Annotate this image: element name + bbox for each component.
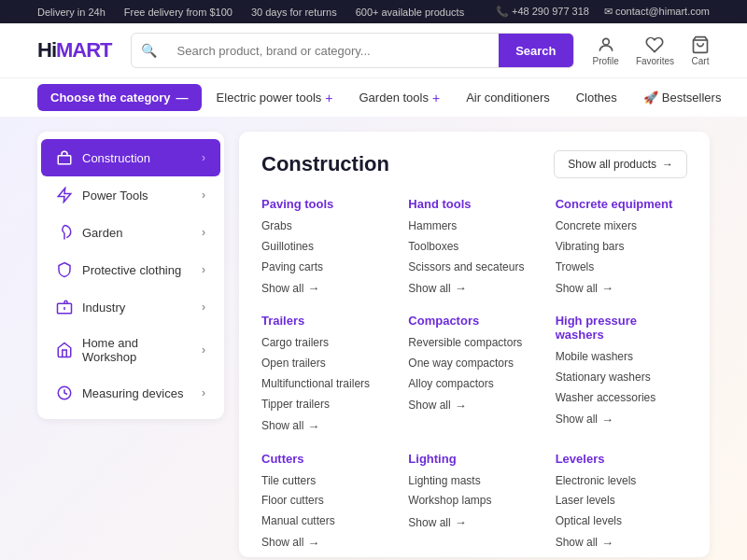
category-item[interactable]: Optical levels [556,513,687,529]
category-title[interactable]: Trailers [261,314,393,328]
nav-item-bestsellers[interactable]: 🚀 Bestsellers [632,84,733,111]
category-item[interactable]: Grabs [261,218,393,234]
svg-rect-2 [58,156,71,164]
category-item[interactable]: Reversible compactors [408,335,540,351]
favorites-icon-btn[interactable]: Favorites [636,35,674,66]
sidebar-item-protective-clothing[interactable]: Protective clothing › [41,251,220,288]
category-section: CuttersTile cuttersFloor cuttersManual c… [261,452,393,550]
chevron-right-icon: › [202,151,205,164]
chevron-right-icon: › [202,226,205,239]
category-item[interactable]: Mobile washers [556,349,687,365]
page-title: Construction [261,152,389,176]
category-item[interactable]: Guillotines [261,239,393,255]
sidebar-label-protective-clothing: Protective clothing [82,263,192,277]
search-input[interactable] [166,44,500,58]
category-title[interactable]: Cutters [261,452,393,466]
show-all-link[interactable]: Show all → [556,536,687,550]
sidebar-label-home-workshop: Home and Workshop [82,336,192,364]
show-all-link[interactable]: Show all → [261,281,393,295]
sidebar: Construction › Power Tools › Garden › Pr… [37,132,224,419]
nav-item-electric-tools[interactable]: Electric power tools+ [205,84,345,112]
sidebar-item-construction[interactable]: Construction › [41,139,220,176]
show-all-link[interactable]: Show all → [408,399,540,413]
sidebar-item-power-tools[interactable]: Power Tools › [41,176,220,214]
logo[interactable]: HiMART [37,38,112,63]
sidebar-label-power-tools: Power Tools [82,189,192,203]
profile-label: Profile [593,56,619,66]
sidebar-label-garden: Garden [82,226,192,240]
top-bar-contact: 📞 +48 290 977 318 ✉ contact@himart.com [496,6,710,18]
category-item[interactable]: Manual cutters [261,513,393,529]
category-item[interactable]: Open trailers [261,356,393,371]
arrow-icon: → [601,536,613,550]
category-item[interactable]: Scissors and secateurs [408,259,540,275]
category-item[interactable]: Toolboxes [408,239,540,255]
nav-item-new[interactable]: 🌿 New [736,84,747,111]
sidebar-item-measuring-devices[interactable]: Measuring devices › [41,374,220,412]
show-all-products-button[interactable]: Show all products → [554,150,687,178]
show-all-link[interactable]: Show all → [556,281,687,295]
phone-number[interactable]: 📞 +48 290 977 318 [496,6,589,18]
category-item[interactable]: Cargo trailers [261,335,393,351]
category-title[interactable]: Hand tools [408,197,540,211]
sidebar-item-home-workshop[interactable]: Home and Workshop › [41,326,220,374]
show-all-link[interactable]: Show all → [556,413,687,427]
profile-icon-btn[interactable]: Profile [593,35,619,66]
category-title[interactable]: Compactors [408,314,540,328]
category-item[interactable]: Floor cutters [261,493,393,509]
category-item[interactable]: Laser levels [556,493,687,509]
search-button[interactable]: Search [499,33,572,68]
products-count-info: 600+ available products [356,7,465,18]
category-title[interactable]: Paving tools [261,197,393,211]
cart-icon-btn[interactable]: Cart [691,35,710,66]
category-item[interactable]: Concrete mixers [556,218,687,234]
category-item[interactable]: Electronic levels [556,473,687,489]
arrow-icon: → [307,281,319,295]
category-item[interactable]: Lighting masts [408,473,540,489]
category-item[interactable]: Multifunctional trailers [261,376,393,392]
category-item[interactable]: Vibrating bars [556,239,687,255]
category-title[interactable]: High pressure washers [556,314,687,342]
arrow-icon: → [601,413,613,427]
show-all-link[interactable]: Show all → [261,536,393,550]
sidebar-item-industry[interactable]: Industry › [41,288,220,326]
arrow-icon: → [307,536,319,550]
nav-item-garden-tools[interactable]: Garden tools+ [348,84,452,112]
search-bar: 🔍 Search [131,33,574,68]
category-section: TrailersCargo trailersOpen trailersMulti… [261,314,393,432]
nav-item-clothes[interactable]: Clothes [565,84,628,111]
category-item[interactable]: One way compactors [408,356,540,371]
category-item[interactable]: Washer accessories [556,390,687,406]
delivery-info: Delivery in 24h [37,7,106,18]
email-contact[interactable]: ✉ contact@himart.com [604,6,710,18]
content-panel: Construction Show all products → Paving … [239,132,710,557]
category-title[interactable]: Concrete equipment [556,197,687,211]
svg-point-0 [602,38,609,45]
nav-item-air-conditioners[interactable]: Air conditioners [455,84,561,111]
arrow-icon: → [455,281,467,295]
choose-category-button[interactable]: Choose the category — [37,84,202,111]
category-item[interactable]: Alloy compactors [408,376,540,392]
show-all-link[interactable]: Show all → [408,281,540,295]
category-item[interactable]: Tipper trailers [261,397,393,413]
show-all-link[interactable]: Show all → [261,419,393,433]
returns-info: 30 days for returns [251,7,337,18]
category-section: LevelersElectronic levelsLaser levelsOpt… [556,452,687,550]
sidebar-label-measuring-devices: Measuring devices [82,386,192,400]
arrow-icon: → [455,399,467,413]
search-icon: 🔍 [132,43,166,58]
category-item[interactable]: Hammers [408,218,540,234]
arrow-icon: → [601,281,613,295]
sidebar-item-garden[interactable]: Garden › [41,214,220,251]
sidebar-label-industry: Industry [82,301,192,315]
category-title[interactable]: Levelers [556,452,687,466]
category-title[interactable]: Lighting [408,452,540,466]
category-item[interactable]: Paving carts [261,259,393,275]
show-all-link[interactable]: Show all → [408,515,540,529]
category-item[interactable]: Stationary washers [556,370,687,385]
category-item[interactable]: Workshop lamps [408,493,540,509]
category-item[interactable]: Tile cutters [261,473,393,489]
category-item[interactable]: Trowels [556,259,687,275]
main-content: Construction › Power Tools › Garden › Pr… [0,117,747,560]
content-header: Construction Show all products → [261,150,687,178]
